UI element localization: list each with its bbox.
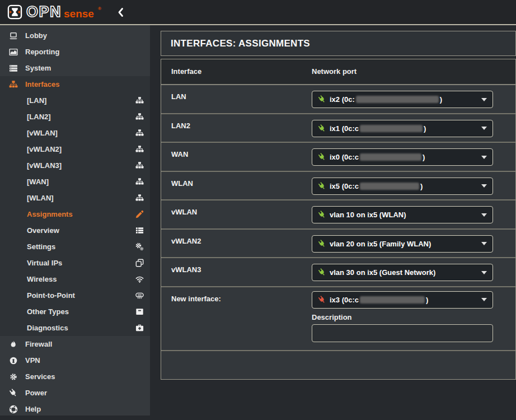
sidebar-item-label: [LAN] bbox=[27, 96, 46, 105]
plug-connected-icon bbox=[318, 124, 326, 133]
new-interface-port-select[interactable]: ix3 (0c:c) bbox=[312, 291, 493, 309]
sidebar-item-vwlan2[interactable]: [vWLAN2] bbox=[0, 141, 150, 157]
sidebar-item-vwlan3[interactable]: [vWLAN3] bbox=[0, 157, 150, 174]
pencil-icon bbox=[135, 210, 144, 218]
sidebar-item-label: Assignments bbox=[27, 210, 73, 218]
assignments-table: Interface Network port LAN ix2 (0c:) LAN… bbox=[161, 59, 516, 380]
redacted-mac bbox=[356, 96, 439, 103]
sidebar-item-lan2[interactable]: [LAN2] bbox=[0, 109, 150, 125]
sidebar-item-label: Overview bbox=[27, 226, 59, 235]
sidebar-item-label: [vWLAN3] bbox=[27, 161, 62, 170]
sidebar-item-wlan[interactable]: [WLAN] bbox=[0, 190, 150, 206]
sidebar-item-label: [WLAN] bbox=[27, 194, 54, 202]
plug-connected-icon bbox=[318, 95, 326, 104]
selected-port: ix2 (0c:) bbox=[330, 95, 442, 104]
plug-icon bbox=[8, 389, 19, 398]
page-header: INTERFACES: ASSIGNMENTS bbox=[161, 31, 516, 56]
sitemap-icon bbox=[8, 80, 19, 89]
caret-down-icon bbox=[481, 98, 487, 101]
table-header-row: Interface Network port bbox=[161, 59, 515, 85]
plug-connected-icon bbox=[318, 153, 326, 161]
sidebar-nav: Lobby Reporting System Interfaces [LAN] … bbox=[0, 25, 150, 416]
sidebar-item-point-to-point[interactable]: Point-to-Point bbox=[0, 287, 150, 304]
sidebar-item-lobby[interactable]: Lobby bbox=[0, 27, 150, 44]
interface-name: LAN bbox=[171, 92, 186, 101]
sidebar-item-help[interactable]: Help bbox=[0, 401, 150, 417]
sidebar-item-label: System bbox=[25, 64, 51, 72]
sidebar-item-lan[interactable]: [LAN] bbox=[0, 92, 150, 109]
plug-connected-icon bbox=[318, 268, 326, 277]
collapse-menu-button[interactable] bbox=[117, 7, 124, 17]
sitemap-icon bbox=[135, 194, 144, 202]
sidebar-item-services[interactable]: Services bbox=[0, 368, 150, 385]
plug-connected-icon bbox=[318, 182, 326, 190]
table-row: vWLAN vlan 10 on ix5 (WLAN) bbox=[161, 200, 515, 230]
wifi-icon bbox=[135, 275, 144, 283]
caret-down-icon bbox=[481, 298, 487, 301]
caret-down-icon bbox=[481, 156, 487, 159]
selected-port: ix5 (0c:c) bbox=[330, 182, 423, 190]
logo-text-sense: sense bbox=[64, 8, 94, 19]
sidebar-item-other-types[interactable]: Other Types bbox=[0, 304, 150, 320]
plug-connected-icon bbox=[318, 211, 326, 219]
sidebar-item-vpn[interactable]: VPN bbox=[0, 352, 150, 368]
redacted-mac bbox=[360, 296, 425, 304]
selected-port: ix1 (0c:c) bbox=[330, 124, 426, 133]
lock-circle-icon bbox=[8, 356, 19, 365]
sidebar-item-assignments[interactable]: Assignments bbox=[0, 206, 150, 222]
network-port-select[interactable]: ix0 (0c:c) bbox=[312, 148, 493, 166]
description-input[interactable] bbox=[312, 324, 493, 342]
sidebar-item-vwlan[interactable]: [vWLAN] bbox=[0, 125, 150, 141]
life-ring-icon bbox=[8, 405, 19, 414]
sidebar-item-diagnostics[interactable]: Diagnostics bbox=[0, 320, 150, 336]
sitemap-icon bbox=[135, 161, 144, 170]
sidebar-item-label: Point-to-Point bbox=[27, 291, 75, 300]
sidebar-item-label: Other Types bbox=[27, 307, 69, 316]
caret-down-icon bbox=[481, 271, 487, 274]
sidebar-item-wan[interactable]: [WAN] bbox=[0, 174, 150, 190]
network-port-select[interactable]: ix2 (0c:) bbox=[312, 91, 493, 108]
sidebar-item-label: [vWLAN2] bbox=[27, 145, 62, 153]
network-port-select[interactable]: vlan 10 on ix5 (WLAN) bbox=[312, 206, 493, 223]
sidebar-item-interfaces[interactable]: Interfaces bbox=[0, 76, 150, 92]
selected-port: vlan 10 on ix5 (WLAN) bbox=[330, 211, 406, 219]
sidebar-item-label: Diagnostics bbox=[27, 324, 68, 332]
sidebar-item-reporting[interactable]: Reporting bbox=[0, 44, 150, 60]
opnsense-logo[interactable]: OPNsense® bbox=[7, 4, 101, 20]
sidebar-item-wireless[interactable]: Wireless bbox=[0, 271, 150, 287]
sidebar-item-power[interactable]: Power bbox=[0, 385, 150, 401]
interface-name: WAN bbox=[171, 150, 188, 158]
network-port-select[interactable]: vlan 20 on ix5 (Family WLAN) bbox=[312, 235, 493, 253]
sidebar-item-label: Reporting bbox=[25, 48, 59, 56]
sidebar-item-settings[interactable]: Settings bbox=[0, 239, 150, 255]
laptop-icon bbox=[8, 31, 19, 40]
top-bar: OPNsense® bbox=[0, 0, 516, 25]
sidebar-item-virtual-ips[interactable]: Virtual IPs bbox=[0, 255, 150, 271]
network-port-select[interactable]: ix1 (0c:c) bbox=[312, 120, 493, 137]
table-footer bbox=[161, 351, 515, 380]
plug-disconnected-icon bbox=[318, 296, 326, 304]
gears-icon bbox=[135, 242, 144, 251]
sidebar-item-firewall[interactable]: Firewall bbox=[0, 336, 150, 352]
table-row: vWLAN3 vlan 30 on ix5 (Guest Network) bbox=[161, 258, 515, 287]
caret-down-icon bbox=[481, 242, 487, 245]
sitemap-icon bbox=[135, 178, 144, 186]
sidebar-item-label: Interfaces bbox=[25, 80, 59, 88]
network-port-select[interactable]: ix5 (0c:c) bbox=[312, 178, 493, 195]
caret-down-icon bbox=[481, 127, 487, 130]
page-title: INTERFACES: ASSIGNMENTS bbox=[171, 38, 310, 49]
archive-icon bbox=[135, 307, 144, 316]
sidebar-item-overview[interactable]: Overview bbox=[0, 222, 150, 239]
caret-down-icon bbox=[481, 184, 487, 188]
sidebar-item-label: Firewall bbox=[25, 340, 52, 348]
sidebar-item-label: [LAN2] bbox=[27, 113, 51, 121]
interface-name: vWLAN bbox=[171, 208, 197, 216]
server-icon bbox=[8, 64, 19, 73]
sitemap-icon bbox=[135, 145, 144, 153]
gear-icon bbox=[8, 372, 19, 381]
column-header-interface: Interface bbox=[171, 67, 201, 76]
network-port-select[interactable]: vlan 30 on ix5 (Guest Network) bbox=[312, 264, 493, 281]
sitemap-icon bbox=[135, 96, 144, 105]
sidebar-item-system[interactable]: System bbox=[0, 60, 150, 76]
sidebar-item-label: Power bbox=[25, 389, 47, 397]
